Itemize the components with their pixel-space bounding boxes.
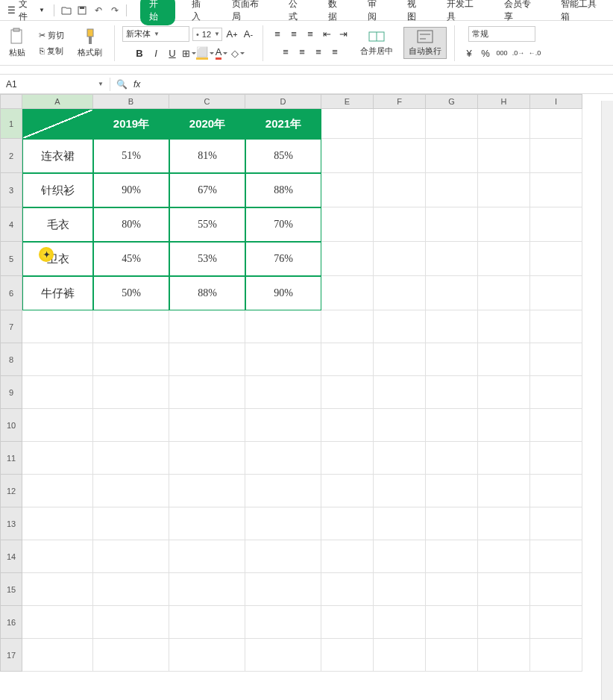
row-header-13[interactable]: 13 bbox=[0, 507, 22, 540]
align-bottom-icon[interactable]: ≡ bbox=[304, 28, 317, 41]
tab-pagelayout[interactable]: 页面布局 bbox=[226, 0, 272, 25]
cell[interactable] bbox=[374, 207, 426, 242]
cell[interactable] bbox=[478, 573, 530, 606]
underline-icon[interactable]: U bbox=[166, 46, 179, 60]
save-icon[interactable] bbox=[75, 3, 90, 18]
cell[interactable] bbox=[321, 639, 374, 672]
row-header-6[interactable]: 6 bbox=[0, 276, 22, 310]
tab-dev[interactable]: 开发工具 bbox=[441, 0, 487, 25]
cell[interactable] bbox=[22, 109, 93, 139]
cell[interactable]: 88% bbox=[245, 173, 321, 207]
cell[interactable] bbox=[169, 540, 245, 573]
decrease-decimal-icon[interactable]: ←.0 bbox=[528, 46, 541, 60]
cell[interactable] bbox=[426, 173, 478, 207]
cell[interactable] bbox=[374, 606, 426, 639]
cell[interactable] bbox=[321, 310, 374, 343]
cell[interactable] bbox=[245, 606, 321, 639]
cell[interactable] bbox=[426, 573, 478, 606]
wrap-text-button[interactable]: 自动换行 bbox=[403, 27, 447, 59]
cell[interactable] bbox=[169, 475, 245, 507]
cell[interactable] bbox=[245, 409, 321, 442]
bold-icon[interactable]: B bbox=[133, 46, 146, 60]
thousands-icon[interactable]: 000 bbox=[495, 46, 509, 60]
cell[interactable] bbox=[530, 409, 582, 442]
cell[interactable] bbox=[321, 242, 374, 276]
cell[interactable]: 2020年 bbox=[169, 109, 245, 139]
cell[interactable] bbox=[478, 109, 530, 139]
cell[interactable] bbox=[93, 409, 169, 442]
col-header-I[interactable]: I bbox=[530, 94, 582, 109]
cell[interactable] bbox=[374, 573, 426, 606]
cell[interactable] bbox=[530, 109, 582, 139]
col-header-E[interactable]: E bbox=[321, 94, 374, 109]
cell[interactable] bbox=[93, 442, 169, 475]
cell[interactable] bbox=[478, 507, 530, 540]
cell[interactable] bbox=[426, 442, 478, 475]
col-header-G[interactable]: G bbox=[426, 94, 478, 109]
cell[interactable] bbox=[530, 343, 582, 376]
cell[interactable] bbox=[22, 475, 93, 507]
cell[interactable] bbox=[478, 343, 530, 376]
cell[interactable] bbox=[169, 310, 245, 343]
row-header-4[interactable]: 4 bbox=[0, 207, 22, 242]
increase-decimal-icon[interactable]: .0→ bbox=[512, 46, 525, 60]
cell[interactable] bbox=[530, 173, 582, 207]
cell[interactable] bbox=[426, 276, 478, 310]
cell[interactable] bbox=[22, 442, 93, 475]
select-all-corner[interactable] bbox=[0, 94, 22, 109]
cell[interactable] bbox=[245, 310, 321, 343]
tab-ai[interactable]: 智能工具箱 bbox=[555, 0, 610, 25]
open-icon[interactable] bbox=[59, 3, 74, 18]
cell[interactable] bbox=[22, 409, 93, 442]
cell[interactable] bbox=[321, 343, 374, 376]
cell[interactable] bbox=[321, 475, 374, 507]
cell[interactable] bbox=[426, 207, 478, 242]
cell[interactable] bbox=[478, 442, 530, 475]
cell[interactable] bbox=[374, 475, 426, 507]
cell[interactable] bbox=[426, 376, 478, 409]
cell[interactable] bbox=[169, 639, 245, 672]
cell[interactable] bbox=[530, 376, 582, 409]
cell[interactable] bbox=[321, 442, 374, 475]
cell[interactable] bbox=[374, 173, 426, 207]
cell[interactable] bbox=[530, 139, 582, 173]
cell[interactable] bbox=[93, 343, 169, 376]
cell[interactable] bbox=[245, 639, 321, 672]
cell[interactable] bbox=[530, 540, 582, 573]
effects-icon[interactable]: ◇ bbox=[231, 46, 245, 60]
cell[interactable] bbox=[374, 310, 426, 343]
cell[interactable] bbox=[93, 606, 169, 639]
cell[interactable] bbox=[374, 139, 426, 173]
undo-icon[interactable]: ↶ bbox=[91, 3, 106, 18]
cell[interactable] bbox=[93, 475, 169, 507]
cell[interactable] bbox=[530, 606, 582, 639]
align-center-icon[interactable]: ≡ bbox=[295, 46, 309, 59]
merge-center-button[interactable]: 合并居中 bbox=[356, 28, 397, 58]
cell[interactable] bbox=[245, 343, 321, 376]
cell[interactable] bbox=[321, 139, 374, 173]
search-icon[interactable]: 🔍 bbox=[116, 79, 128, 90]
cell[interactable] bbox=[169, 606, 245, 639]
cell[interactable] bbox=[22, 639, 93, 672]
cell[interactable] bbox=[93, 540, 169, 573]
cell[interactable] bbox=[374, 343, 426, 376]
font-color-icon[interactable]: A bbox=[215, 46, 228, 60]
cell[interactable] bbox=[169, 376, 245, 409]
cell[interactable] bbox=[426, 109, 478, 139]
cell[interactable] bbox=[374, 639, 426, 672]
cell[interactable] bbox=[426, 343, 478, 376]
cell[interactable] bbox=[426, 242, 478, 276]
cell[interactable] bbox=[321, 573, 374, 606]
cell[interactable] bbox=[478, 207, 530, 242]
cell[interactable]: 88% bbox=[169, 276, 245, 310]
fill-color-icon[interactable]: ⬜ bbox=[198, 46, 212, 60]
increase-font-icon[interactable]: A+ bbox=[225, 28, 239, 41]
font-size-select[interactable]: •12▼ bbox=[192, 28, 222, 41]
cell[interactable] bbox=[530, 573, 582, 606]
cell[interactable] bbox=[530, 639, 582, 672]
cell[interactable] bbox=[93, 639, 169, 672]
fx-icon[interactable]: fx bbox=[133, 79, 140, 90]
cell[interactable] bbox=[478, 475, 530, 507]
row-header-9[interactable]: 9 bbox=[0, 376, 22, 409]
cell[interactable] bbox=[22, 606, 93, 639]
